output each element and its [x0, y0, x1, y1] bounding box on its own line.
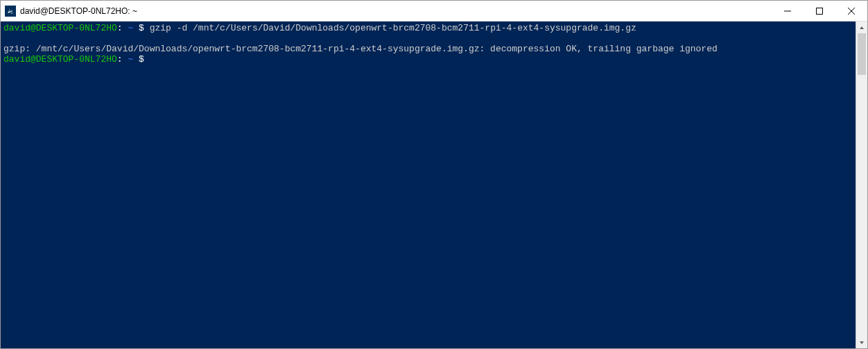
- prompt-separator: :: [117, 23, 128, 33]
- scroll-down-button[interactable]: [856, 337, 867, 348]
- output-text: gzip: /mnt/c/Users/David/Downloads/openw…: [3, 44, 718, 54]
- terminal-prompt-line: david@DESKTOP-0NL72HO: ~ $ gzip -d /mnt/…: [3, 23, 853, 33]
- prompt-user: david@DESKTOP-0NL72HO: [3, 54, 117, 65]
- window-title: david@DESKTOP-0NL72HO: ~: [20, 6, 137, 16]
- scroll-thumb[interactable]: [858, 33, 866, 75]
- svg-rect-1: [11, 12, 13, 13]
- scroll-up-button[interactable]: [856, 22, 867, 33]
- vertical-scrollbar[interactable]: [856, 22, 867, 348]
- minimize-button[interactable]: [772, 1, 804, 21]
- prompt-dollar: $: [133, 23, 149, 33]
- title-bar: david@DESKTOP-0NL72HO: ~: [1, 1, 867, 22]
- maximize-button[interactable]: [804, 1, 835, 21]
- prompt-user: david@DESKTOP-0NL72HO: [3, 23, 117, 33]
- terminal-output-line: gzip: /mnt/c/Users/David/Downloads/openw…: [3, 44, 853, 54]
- svg-rect-0: [6, 7, 15, 15]
- prompt-dollar: $: [133, 54, 149, 65]
- app-icon: [5, 6, 16, 17]
- terminal-container: david@DESKTOP-0NL72HO: ~ $ gzip -d /mnt/…: [1, 22, 867, 348]
- terminal-blank-line: [3, 33, 853, 44]
- terminal-prompt-line: david@DESKTOP-0NL72HO: ~ $: [3, 54, 853, 65]
- svg-rect-3: [817, 8, 823, 14]
- close-button[interactable]: [835, 1, 867, 21]
- prompt-separator: :: [117, 54, 128, 65]
- command-text: gzip -d /mnt/c/Users/David/Downloads/ope…: [150, 23, 636, 33]
- terminal-area[interactable]: david@DESKTOP-0NL72HO: ~ $ gzip -d /mnt/…: [1, 22, 856, 348]
- window-controls: [772, 1, 867, 21]
